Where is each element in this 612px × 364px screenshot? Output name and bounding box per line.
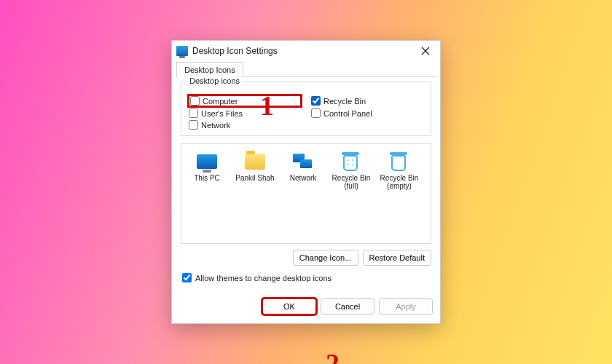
checkbox-row-network: Network [189,120,301,130]
checkbox-row-computer: Computer [189,95,301,106]
checkbox-control-panel[interactable] [311,108,321,118]
dialog-buttons: OK Cancel Apply [172,290,440,323]
window-title: Desktop Icon Settings [192,46,278,56]
preview-recycle-bin-empty[interactable]: Recycle Bin (empty) [378,151,420,190]
preview-this-pc[interactable]: This PC [186,151,228,182]
preview-label-this-pc: This PC [194,174,220,182]
checkbox-row-users-files: User's Files [189,108,301,118]
recycle-bin-empty-icon [391,152,407,171]
checkbox-computer[interactable] [190,96,200,106]
preview-recycle-bin-full[interactable]: Recycle Bin (full) [330,151,372,190]
tab-row: Desktop Icons [172,61,440,76]
folder-icon [245,154,265,170]
tab-body: Desktop icons Computer Recycle Bin User'… [175,76,437,290]
change-icon-button[interactable]: Change Icon... [293,250,358,266]
preview-label-network: Network [290,174,317,182]
pc-icon [197,154,217,169]
desktop-icon-settings-dialog: Desktop Icon Settings Desktop Icons Desk… [171,40,441,324]
annotation-1: 1 [260,90,274,122]
cancel-button[interactable]: Cancel [321,298,374,314]
checkbox-row-recycle-bin: Recycle Bin [311,95,423,106]
preview-network[interactable]: Network [282,151,324,182]
close-icon [421,47,430,55]
checkbox-label-computer: Computer [203,97,238,106]
checkbox-allow-themes[interactable] [182,273,192,282]
icon-preview-area: This PC Pankil Shah Network Recycle Bin … [181,143,431,244]
checkbox-label-control-panel: Control Panel [323,109,372,118]
checkbox-label-recycle-bin: Recycle Bin [323,97,366,106]
fieldset-legend: Desktop icons [187,76,242,85]
annotation-2: 2 [326,347,340,364]
tab-desktop-icons[interactable]: Desktop Icons [176,62,243,77]
checkbox-users-files[interactable] [189,108,198,118]
preview-label-bin-empty: Recycle Bin (empty) [378,174,420,190]
allow-themes-label: Allow themes to change desktop icons [195,274,332,282]
checkbox-recycle-bin[interactable] [311,96,321,106]
checkbox-row-control-panel: Control Panel [311,108,423,118]
checkbox-network[interactable] [189,120,198,130]
preview-label-bin-full: Recycle Bin (full) [330,174,372,190]
recycle-bin-full-icon [343,152,359,171]
desktop-icons-fieldset: Desktop icons Computer Recycle Bin User'… [181,82,431,136]
close-button[interactable] [417,44,434,58]
restore-default-button[interactable]: Restore Default [363,250,431,266]
ok-button[interactable]: OK [262,298,316,314]
network-icon [293,154,313,170]
checkbox-label-users-files: User's Files [201,109,243,118]
apply-button[interactable]: Apply [379,298,433,314]
preview-label-user-folder: Pankil Shah [235,174,274,182]
checkbox-label-network: Network [201,121,230,130]
preview-user-folder[interactable]: Pankil Shah [234,151,276,182]
titlebar: Desktop Icon Settings [172,41,440,61]
desktop-icon [176,46,188,56]
